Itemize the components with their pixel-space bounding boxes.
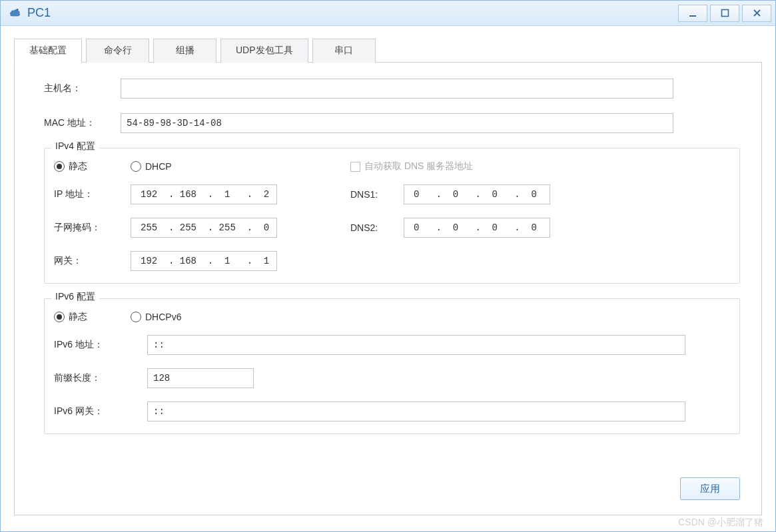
ipv6-radio-dhcpv6[interactable]: DHCPv6: [131, 312, 181, 322]
ipv4-left-col: IP 地址： 子网掩码： 网关：: [54, 184, 277, 271]
close-button[interactable]: [742, 5, 771, 22]
tab-bar: 基础配置 命令行 组播 UDP发包工具 串口: [14, 38, 762, 63]
gateway-label: 网关：: [54, 255, 131, 267]
auto-dns-label: 自动获取 DNS 服务器地址: [364, 160, 473, 172]
ip-input[interactable]: [131, 184, 277, 204]
hostname-input[interactable]: [121, 79, 673, 99]
ipv6-dhcpv6-label: DHCPv6: [145, 312, 181, 322]
basic-panel: 主机名： MAC 地址： IPv4 配置 静态 DHCP: [14, 63, 762, 515]
ipv4-radio-static[interactable]: 静态: [54, 160, 131, 172]
radio-unselected-icon: [131, 161, 141, 172]
tab-cmdline[interactable]: 命令行: [86, 39, 149, 63]
ipv6-legend: IPv6 配置: [51, 291, 99, 303]
app-window: PC1 基础配置 命令行 组播 UDP发包工具 串口 主机名：: [0, 0, 776, 532]
mac-label: MAC 地址：: [44, 117, 121, 129]
ipv4-static-label: 静态: [69, 160, 87, 172]
tab-basic[interactable]: 基础配置: [14, 39, 82, 63]
radio-selected-icon: [54, 161, 65, 172]
auto-dns-checkbox[interactable]: 自动获取 DNS 服务器地址: [350, 160, 473, 172]
ipv4-group: IPv4 配置 静态 DHCP 自动获取 DNS 服务器地址: [44, 148, 740, 284]
checkbox-icon: [350, 162, 360, 172]
ipv6-static-label: 静态: [69, 311, 87, 323]
ipv4-radio-dhcp[interactable]: DHCP: [131, 161, 350, 172]
ipv6-gw-label: IPv6 网关：: [54, 405, 147, 417]
ipv4-legend: IPv4 配置: [51, 140, 99, 152]
ipv6-addr-label: IPv6 地址：: [54, 339, 147, 351]
dns2-input[interactable]: [404, 218, 550, 238]
minimize-button[interactable]: [678, 5, 707, 22]
ipv6-mode-row: 静态 DHCPv6: [54, 311, 730, 323]
dns2-label: DNS2:: [350, 222, 404, 233]
ipv4-mode-row: 静态 DHCP 自动获取 DNS 服务器地址: [54, 160, 730, 172]
apply-button[interactable]: 应用: [680, 477, 740, 500]
watermark: CSDN @小肥溜了猪: [678, 517, 763, 529]
maximize-button[interactable]: [710, 5, 739, 22]
window-title: PC1: [27, 6, 675, 20]
ipv4-dhcp-label: DHCP: [145, 161, 172, 172]
app-icon: [7, 6, 22, 21]
prefix-input[interactable]: [147, 368, 254, 388]
mac-row: MAC 地址：: [44, 113, 740, 133]
ipv6-group: IPv6 配置 静态 DHCPv6 IPv6 地址： 前: [44, 298, 740, 434]
dns1-label: DNS1:: [350, 189, 404, 200]
ipv4-right-col: DNS1: DNS2:: [350, 184, 550, 271]
tab-multicast[interactable]: 组播: [153, 39, 216, 63]
radio-unselected-icon: [131, 312, 141, 322]
tab-serial[interactable]: 串口: [312, 39, 376, 63]
mac-input[interactable]: [121, 113, 673, 133]
svg-point-0: [16, 8, 18, 10]
gateway-input[interactable]: [131, 251, 277, 271]
tab-udptool[interactable]: UDP发包工具: [220, 39, 308, 63]
hostname-label: 主机名：: [44, 83, 121, 95]
radio-selected-icon: [54, 312, 65, 322]
hostname-row: 主机名：: [44, 79, 740, 99]
ip-label: IP 地址：: [54, 188, 131, 200]
prefix-label: 前缀长度：: [54, 372, 147, 384]
ipv6-gw-input[interactable]: [147, 401, 685, 421]
content-area: 基础配置 命令行 组播 UDP发包工具 串口 主机名： MAC 地址： IPv4…: [1, 26, 775, 531]
ipv6-radio-static[interactable]: 静态: [54, 311, 131, 323]
ipv4-grid: IP 地址： 子网掩码： 网关：: [54, 184, 730, 271]
window-controls: [675, 5, 771, 22]
svg-rect-2: [721, 10, 728, 17]
ipv6-addr-input[interactable]: [147, 335, 685, 355]
mask-label: 子网掩码：: [54, 222, 131, 234]
titlebar: PC1: [1, 1, 775, 26]
mask-input[interactable]: [131, 218, 277, 238]
dns1-input[interactable]: [404, 184, 550, 204]
